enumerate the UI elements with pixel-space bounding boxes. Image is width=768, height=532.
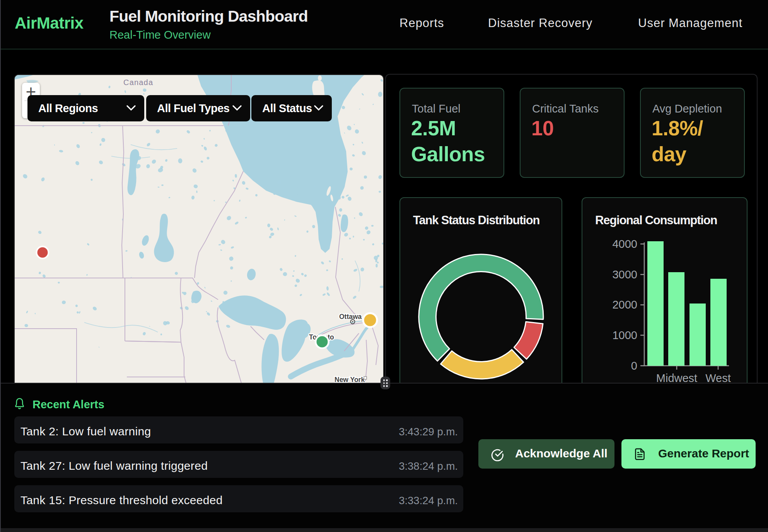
svg-text:Canada: Canada xyxy=(123,78,153,87)
svg-text:2000: 2000 xyxy=(612,298,637,311)
svg-text:New York: New York xyxy=(335,376,365,383)
svg-text:1000: 1000 xyxy=(612,329,637,341)
svg-text:3000: 3000 xyxy=(612,268,637,281)
svg-text:0: 0 xyxy=(631,360,637,372)
svg-text:4000: 4000 xyxy=(612,238,637,250)
svg-text:Ottawa: Ottawa xyxy=(339,313,362,321)
